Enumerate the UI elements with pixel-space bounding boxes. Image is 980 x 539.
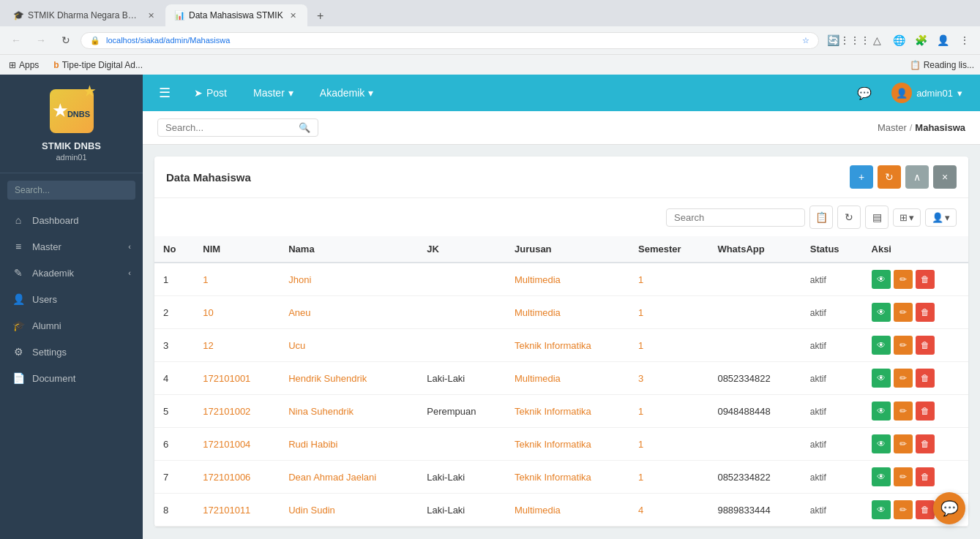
tab-mahasiswa[interactable]: 📊 Data Mahasiswa STMIK ✕ <box>165 4 307 26</box>
jurusan-link[interactable]: Teknik Informatika <box>515 340 591 351</box>
nama-link[interactable]: Dean Ahmad Jaelani <box>288 472 376 483</box>
nama-link[interactable]: Nina Suhendrik <box>288 406 354 417</box>
star-icon[interactable]: ☆ <box>802 36 809 45</box>
google-drive-icon[interactable]: △ <box>867 31 886 50</box>
edit-button[interactable]: ✏ <box>894 402 913 421</box>
view-dropdown[interactable]: ⊞ ▾ <box>893 208 921 227</box>
hamburger-icon[interactable]: ☰ <box>154 80 175 105</box>
nama-link[interactable]: Rudi Habibi <box>288 439 337 450</box>
admin-user-button[interactable]: 👤 admin01 ▾ <box>886 80 968 106</box>
breadcrumb-search-input[interactable] <box>165 122 294 133</box>
semester-link[interactable]: 1 <box>638 439 643 450</box>
nim-link[interactable]: 10 <box>203 307 213 318</box>
jurusan-link[interactable]: Teknik Informatika <box>515 472 591 483</box>
tab-stmik[interactable]: 🎓 STMIK Dharma Negara Bandung ✕ <box>4 4 165 26</box>
sidebar-search-input[interactable] <box>7 181 135 200</box>
tab-close-1[interactable]: ✕ <box>146 10 157 21</box>
nama-link[interactable]: Hendrik Suhendrik <box>288 373 367 384</box>
nim-link[interactable]: 1 <box>203 274 208 285</box>
refresh-button[interactable]: ↻ <box>878 165 901 189</box>
sidebar-item-master[interactable]: ≡ Master ‹ <box>0 233 143 260</box>
delete-button[interactable]: 🗑 <box>916 369 935 388</box>
nama-link[interactable]: Aneu <box>288 307 310 318</box>
google-apps-icon[interactable]: ⋮⋮⋮ <box>845 31 864 50</box>
nama-link[interactable]: Ucu <box>288 340 305 351</box>
edit-button[interactable]: ✏ <box>894 303 913 322</box>
breadcrumb-search-container[interactable]: 🔍 <box>157 118 318 137</box>
view-button[interactable]: 👁 <box>872 303 891 322</box>
semester-link[interactable]: 1 <box>638 307 643 318</box>
reload-button[interactable]: ↻ <box>56 30 76 50</box>
delete-button[interactable]: 🗑 <box>916 434 935 453</box>
columns-button[interactable]: ▤ <box>865 206 889 229</box>
delete-button[interactable]: 🗑 <box>916 336 935 355</box>
sidebar-item-users[interactable]: 👤 Users <box>0 286 143 312</box>
sidebar-item-akademik[interactable]: ✎ Akademik ‹ <box>0 260 143 286</box>
forward-button[interactable]: → <box>31 30 51 50</box>
semester-link[interactable]: 1 <box>638 274 643 285</box>
delete-button[interactable]: 🗑 <box>916 303 935 322</box>
navbar-post-link[interactable]: ➤ Post <box>187 83 234 103</box>
semester-link[interactable]: 4 <box>638 505 643 516</box>
table-search-input[interactable] <box>674 212 797 223</box>
jurusan-link[interactable]: Multimedia <box>515 274 561 285</box>
delete-button[interactable]: 🗑 <box>916 500 935 519</box>
view-button[interactable]: 👁 <box>872 467 891 486</box>
view-button[interactable]: 👁 <box>872 270 891 289</box>
sidebar-item-alumni[interactable]: 🎓 Alumni <box>0 312 143 339</box>
semester-link[interactable]: 1 <box>638 406 643 417</box>
view-button[interactable]: 👁 <box>872 336 891 355</box>
semester-link[interactable]: 1 <box>638 340 643 351</box>
nim-link[interactable]: 172101002 <box>203 406 250 417</box>
nim-link[interactable]: 172101001 <box>203 373 250 384</box>
sidebar-item-settings[interactable]: ⚙ Settings <box>0 339 143 365</box>
edit-button[interactable]: ✏ <box>894 270 913 289</box>
add-button[interactable]: + <box>850 165 873 189</box>
translator-icon[interactable]: 🌐 <box>889 31 908 50</box>
navbar-akademik-link[interactable]: Akademik ▾ <box>313 83 381 103</box>
export-dropdown[interactable]: 👤 ▾ <box>925 208 957 227</box>
edit-button[interactable]: ✏ <box>894 369 913 388</box>
jurusan-link[interactable]: Multimedia <box>515 373 561 384</box>
table-search-container[interactable] <box>666 208 805 227</box>
edit-button[interactable]: ✏ <box>894 500 913 519</box>
jurusan-link[interactable]: Teknik Informatika <box>515 439 591 450</box>
copy-icon-button[interactable]: 📋 <box>809 206 833 229</box>
edit-button[interactable]: ✏ <box>894 336 913 355</box>
sidebar-item-dashboard[interactable]: ⌂ Dashboard <box>0 207 143 233</box>
collapse-button[interactable]: ∧ <box>905 165 929 189</box>
view-button[interactable]: 👁 <box>872 434 891 453</box>
refresh-table-button[interactable]: ↻ <box>837 206 861 229</box>
jurusan-link[interactable]: Multimedia <box>515 307 561 318</box>
bookmark-apps[interactable]: ⊞ Apps <box>6 59 42 72</box>
chat-icon-button[interactable]: 💬 <box>852 80 877 105</box>
extensions-icon[interactable]: 🧩 <box>911 31 930 50</box>
delete-button[interactable]: 🗑 <box>916 467 935 486</box>
nama-link[interactable]: Jhoni <box>288 274 311 285</box>
back-button[interactable]: ← <box>6 30 26 50</box>
tab-close-2[interactable]: ✕ <box>288 10 299 21</box>
profile-icon[interactable]: 👤 <box>933 31 952 50</box>
delete-button[interactable]: 🗑 <box>916 270 935 289</box>
jurusan-link[interactable]: Multimedia <box>515 505 561 516</box>
nim-link[interactable]: 172101006 <box>203 472 250 483</box>
view-button[interactable]: 👁 <box>872 500 891 519</box>
nim-link[interactable]: 172101004 <box>203 439 250 450</box>
close-button[interactable]: × <box>933 165 957 189</box>
semester-link[interactable]: 3 <box>638 373 643 384</box>
view-button[interactable]: 👁 <box>872 402 891 421</box>
view-button[interactable]: 👁 <box>872 369 891 388</box>
delete-button[interactable]: 🗑 <box>916 402 935 421</box>
nim-link[interactable]: 12 <box>203 340 213 351</box>
jurusan-link[interactable]: Teknik Informatika <box>515 406 591 417</box>
reading-list[interactable]: 📋 Reading lis... <box>910 60 974 70</box>
address-bar[interactable]: 🔒 localhost/siakad/admin/Mahasiswa ☆ <box>81 32 819 49</box>
edit-button[interactable]: ✏ <box>894 434 913 453</box>
nim-link[interactable]: 172101011 <box>203 505 250 516</box>
sidebar-item-document[interactable]: 📄 Document <box>0 365 143 391</box>
chat-bubble[interactable]: 💬 <box>933 492 965 524</box>
edit-button[interactable]: ✏ <box>894 467 913 486</box>
nama-link[interactable]: Udin Sudin <box>288 505 335 516</box>
navbar-master-link[interactable]: Master ▾ <box>246 83 301 103</box>
tab-new-button[interactable]: + <box>310 6 331 26</box>
